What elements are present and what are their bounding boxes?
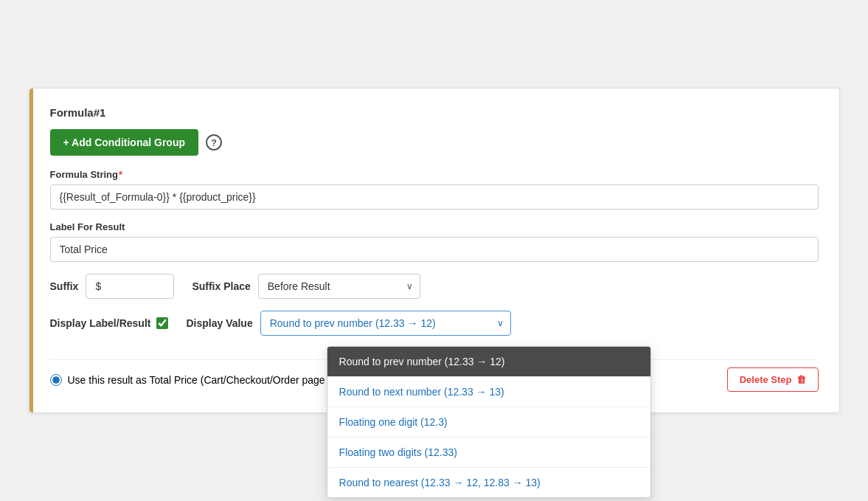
top-row: + Add Conditional Group ? [50,129,819,156]
display-value-group: Display Value Round to prev number (12.3… [186,311,510,336]
display-value-dropdown: Round to prev number (12.33 → 12) Round … [327,346,651,498]
suffix-label: Suffix [50,280,79,292]
formula-string-input[interactable] [50,184,819,210]
radio-group: Use this result as Total Price (Cart/Che… [50,374,325,386]
dv-dropdown-item-4[interactable]: Floating two digits (12.33) [327,438,650,468]
display-label-checkbox[interactable] [156,317,168,329]
display-value-select-wrapper: Round to prev number (12.33 → 12) Round … [260,311,511,336]
left-accent-border [29,89,33,412]
add-conditional-group-button[interactable]: + Add Conditional Group [50,129,199,156]
display-value-select[interactable]: Round to prev number (12.33 → 12) Round … [260,311,511,336]
display-label-group: Display Label/Result [50,317,169,329]
trash-icon: 🗑 [796,374,806,385]
dv-dropdown-item-1[interactable]: Round to prev number (12.33 → 12) [327,347,650,377]
suffix-place-select-wrapper: Before Result After Result [258,274,420,299]
display-value-label: Display Value [186,317,252,329]
suffix-place-select[interactable]: Before Result After Result [258,274,420,299]
total-price-radio[interactable] [50,374,62,386]
formula-panel: Formula#1 + Add Conditional Group ? Form… [29,88,840,413]
formula-string-label: Formula String* [50,169,819,180]
label-for-result-group: Label For Result [50,221,819,262]
label-for-result-label: Label For Result [50,221,819,232]
required-marker: * [119,169,122,180]
label-for-result-input[interactable] [50,237,819,262]
suffix-group: Suffix [50,274,175,299]
suffix-input[interactable] [86,274,174,299]
delete-step-button[interactable]: Delete Step 🗑 [727,367,819,392]
suffix-place-label: Suffix Place [192,280,250,292]
help-icon[interactable]: ? [206,134,222,151]
total-price-label: Use this result as Total Price (Cart/Che… [68,374,325,386]
display-value-row: Display Label/Result Display Value Round… [50,311,819,336]
dv-dropdown-item-5[interactable]: Round to nearest (12.33 → 12, 12.83 → 13… [327,468,650,497]
section-title: Formula#1 [50,106,819,119]
display-label-result-label: Display Label/Result [50,317,151,329]
suffix-place-group: Suffix Place Before Result After Result [192,274,420,299]
dv-dropdown-item-2[interactable]: Round to next number (12.33 → 13) [327,377,650,407]
formula-string-group: Formula String* [50,169,819,210]
dv-dropdown-item-3[interactable]: Floating one digit (12.3) [327,407,650,438]
suffix-row: Suffix Suffix Place Before Result After … [50,274,819,299]
delete-step-label: Delete Step [740,374,792,385]
